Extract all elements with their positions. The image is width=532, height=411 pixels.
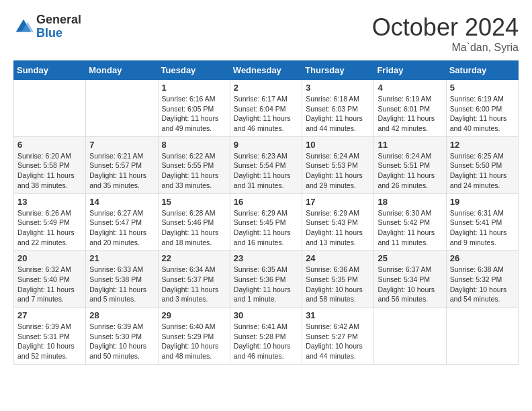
day-info: Sunrise: 6:23 AMSunset: 5:54 PMDaylight:… [234, 151, 298, 191]
calendar-cell: 28Sunrise: 6:39 AMSunset: 5:30 PMDayligh… [86, 308, 158, 365]
calendar-week-row: 1Sunrise: 6:16 AMSunset: 6:05 PMDaylight… [14, 80, 519, 137]
day-number: 9 [234, 140, 298, 150]
calendar-cell: 26Sunrise: 6:38 AMSunset: 5:32 PMDayligh… [446, 250, 518, 308]
col-monday: Monday [86, 61, 158, 80]
day-number: 2 [234, 83, 298, 93]
day-info: Sunrise: 6:26 AMSunset: 5:49 PMDaylight:… [17, 208, 82, 248]
calendar-week-row: 13Sunrise: 6:26 AMSunset: 5:49 PMDayligh… [14, 193, 519, 250]
calendar-cell [14, 80, 86, 137]
day-info: Sunrise: 6:19 AMSunset: 6:01 PMDaylight:… [378, 94, 442, 134]
calendar-cell: 4Sunrise: 6:19 AMSunset: 6:01 PMDaylight… [374, 80, 446, 137]
logo: General Blue [13, 13, 81, 40]
month-title: October 2024 [372, 13, 519, 42]
day-info: Sunrise: 6:38 AMSunset: 5:32 PMDaylight:… [450, 265, 515, 304]
day-number: 6 [17, 140, 82, 150]
calendar-cell: 29Sunrise: 6:40 AMSunset: 5:29 PMDayligh… [158, 308, 230, 365]
day-number: 27 [17, 310, 82, 320]
calendar-cell: 27Sunrise: 6:39 AMSunset: 5:31 PMDayligh… [14, 308, 86, 365]
day-info: Sunrise: 6:31 AMSunset: 5:41 PMDaylight:… [450, 208, 515, 248]
calendar-week-row: 20Sunrise: 6:32 AMSunset: 5:40 PMDayligh… [14, 250, 519, 308]
calendar-cell: 22Sunrise: 6:34 AMSunset: 5:37 PMDayligh… [158, 250, 230, 308]
calendar-cell: 8Sunrise: 6:22 AMSunset: 5:55 PMDaylight… [158, 136, 230, 193]
day-info: Sunrise: 6:29 AMSunset: 5:45 PMDaylight:… [234, 208, 298, 248]
day-number: 11 [378, 140, 442, 150]
day-info: Sunrise: 6:29 AMSunset: 5:43 PMDaylight:… [306, 208, 370, 248]
day-info: Sunrise: 6:41 AMSunset: 5:28 PMDaylight:… [234, 322, 298, 361]
day-info: Sunrise: 6:33 AMSunset: 5:38 PMDaylight:… [89, 265, 154, 304]
day-number: 12 [450, 140, 515, 150]
calendar-cell: 16Sunrise: 6:29 AMSunset: 5:45 PMDayligh… [230, 193, 302, 250]
col-saturday: Saturday [446, 61, 518, 80]
day-number: 16 [234, 197, 298, 207]
logo-blue: Blue [36, 27, 81, 40]
day-info: Sunrise: 6:18 AMSunset: 6:03 PMDaylight:… [306, 94, 370, 134]
calendar-cell: 14Sunrise: 6:27 AMSunset: 5:47 PMDayligh… [86, 193, 158, 250]
calendar-week-row: 6Sunrise: 6:20 AMSunset: 5:58 PMDaylight… [14, 136, 519, 193]
day-number: 8 [162, 140, 226, 150]
calendar-cell: 19Sunrise: 6:31 AMSunset: 5:41 PMDayligh… [446, 193, 518, 250]
calendar-cell: 11Sunrise: 6:24 AMSunset: 5:51 PMDayligh… [374, 136, 446, 193]
day-number: 13 [17, 197, 82, 207]
day-info: Sunrise: 6:35 AMSunset: 5:36 PMDaylight:… [234, 265, 298, 304]
day-number: 31 [306, 310, 370, 320]
calendar-body: 1Sunrise: 6:16 AMSunset: 6:05 PMDaylight… [14, 80, 519, 365]
day-number: 3 [306, 83, 370, 93]
day-info: Sunrise: 6:37 AMSunset: 5:34 PMDaylight:… [378, 265, 442, 304]
day-number: 15 [162, 197, 226, 207]
calendar-cell: 1Sunrise: 6:16 AMSunset: 6:05 PMDaylight… [158, 80, 230, 137]
calendar-cell: 2Sunrise: 6:17 AMSunset: 6:04 PMDaylight… [230, 80, 302, 137]
day-number: 29 [162, 310, 226, 320]
day-number: 30 [234, 310, 298, 320]
day-number: 24 [306, 253, 370, 263]
day-info: Sunrise: 6:24 AMSunset: 5:51 PMDaylight:… [378, 151, 442, 191]
col-wednesday: Wednesday [230, 61, 302, 80]
calendar-cell: 7Sunrise: 6:21 AMSunset: 5:57 PMDaylight… [86, 136, 158, 193]
col-friday: Friday [374, 61, 446, 80]
calendar-cell [374, 308, 446, 365]
day-info: Sunrise: 6:20 AMSunset: 5:58 PMDaylight:… [17, 151, 82, 191]
day-number: 19 [450, 197, 515, 207]
title-block: October 2024 Ma`dan, Syria [372, 13, 519, 54]
day-number: 20 [17, 253, 82, 263]
day-info: Sunrise: 6:40 AMSunset: 5:29 PMDaylight:… [162, 322, 226, 361]
calendar-cell: 3Sunrise: 6:18 AMSunset: 6:03 PMDaylight… [302, 80, 374, 137]
day-info: Sunrise: 6:22 AMSunset: 5:55 PMDaylight:… [162, 151, 226, 191]
calendar-cell: 21Sunrise: 6:33 AMSunset: 5:38 PMDayligh… [86, 250, 158, 308]
calendar-cell [86, 80, 158, 137]
calendar-header: Sunday Monday Tuesday Wednesday Thursday… [14, 61, 519, 80]
calendar-cell: 18Sunrise: 6:30 AMSunset: 5:42 PMDayligh… [374, 193, 446, 250]
calendar-cell: 17Sunrise: 6:29 AMSunset: 5:43 PMDayligh… [302, 193, 374, 250]
day-info: Sunrise: 6:21 AMSunset: 5:57 PMDaylight:… [89, 151, 154, 191]
logo-text: General Blue [36, 13, 81, 40]
col-tuesday: Tuesday [158, 61, 230, 80]
calendar-cell: 23Sunrise: 6:35 AMSunset: 5:36 PMDayligh… [230, 250, 302, 308]
col-thursday: Thursday [302, 61, 374, 80]
day-info: Sunrise: 6:27 AMSunset: 5:47 PMDaylight:… [89, 208, 154, 248]
day-number: 22 [162, 253, 226, 263]
page-header: General Blue October 2024 Ma`dan, Syria [13, 13, 519, 54]
calendar-cell: 12Sunrise: 6:25 AMSunset: 5:50 PMDayligh… [446, 136, 518, 193]
day-number: 17 [306, 197, 370, 207]
col-sunday: Sunday [14, 61, 86, 80]
day-info: Sunrise: 6:24 AMSunset: 5:53 PMDaylight:… [306, 151, 370, 191]
day-info: Sunrise: 6:36 AMSunset: 5:35 PMDaylight:… [306, 265, 370, 304]
day-number: 21 [89, 253, 154, 263]
day-info: Sunrise: 6:17 AMSunset: 6:04 PMDaylight:… [234, 94, 298, 134]
day-info: Sunrise: 6:42 AMSunset: 5:27 PMDaylight:… [306, 322, 370, 361]
calendar-cell: 20Sunrise: 6:32 AMSunset: 5:40 PMDayligh… [14, 250, 86, 308]
day-info: Sunrise: 6:39 AMSunset: 5:30 PMDaylight:… [89, 322, 154, 361]
calendar-week-row: 27Sunrise: 6:39 AMSunset: 5:31 PMDayligh… [14, 308, 519, 365]
day-info: Sunrise: 6:28 AMSunset: 5:46 PMDaylight:… [162, 208, 226, 248]
day-number: 26 [450, 253, 515, 263]
day-info: Sunrise: 6:34 AMSunset: 5:37 PMDaylight:… [162, 265, 226, 304]
calendar-table: Sunday Monday Tuesday Wednesday Thursday… [13, 60, 519, 365]
day-number: 14 [89, 197, 154, 207]
calendar-cell: 15Sunrise: 6:28 AMSunset: 5:46 PMDayligh… [158, 193, 230, 250]
header-row: Sunday Monday Tuesday Wednesday Thursday… [14, 61, 519, 80]
day-info: Sunrise: 6:30 AMSunset: 5:42 PMDaylight:… [378, 208, 442, 248]
day-number: 5 [450, 83, 515, 93]
day-number: 7 [89, 140, 154, 150]
day-number: 4 [378, 83, 442, 93]
day-info: Sunrise: 6:19 AMSunset: 6:00 PMDaylight:… [450, 94, 515, 134]
day-info: Sunrise: 6:39 AMSunset: 5:31 PMDaylight:… [17, 322, 82, 361]
